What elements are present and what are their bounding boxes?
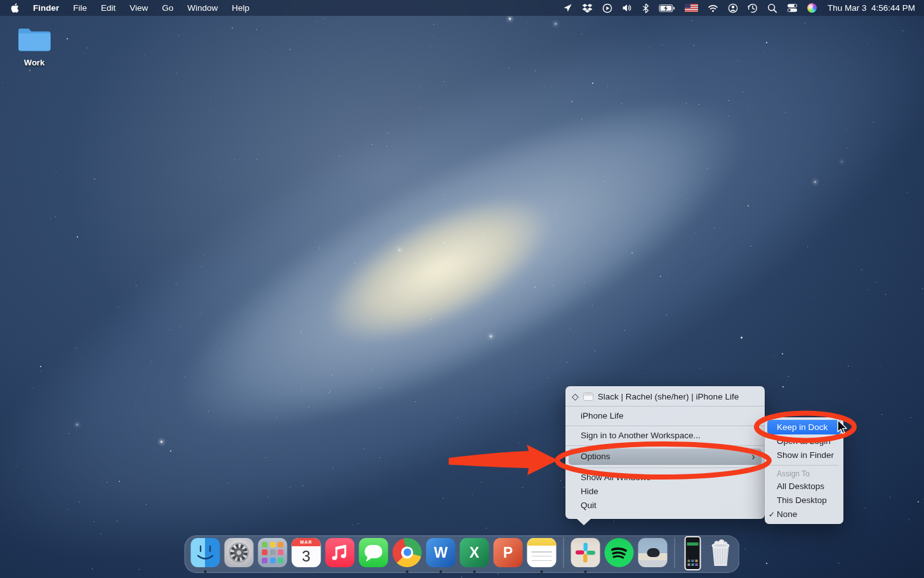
battery-charging-icon[interactable] — [659, 4, 675, 13]
menu-help[interactable]: Help — [225, 3, 256, 13]
notes-lines — [532, 551, 552, 561]
menu-bar-left: Finder File Edit View Go Window Help — [9, 3, 256, 13]
menu-separator — [565, 467, 765, 468]
dock-excel-icon[interactable]: X — [460, 538, 489, 567]
calendar-month: MAR — [292, 538, 321, 546]
keyboard-us-flag-icon[interactable] — [685, 4, 698, 12]
menu-item-show-all-windows[interactable]: Show All Windows — [565, 471, 765, 485]
window-icon — [583, 393, 593, 401]
menu-file[interactable]: File — [66, 3, 94, 13]
menu-bar-clock[interactable]: Thu Mar 3 4:56:44 PM — [828, 3, 915, 13]
dock-photo-window-icon[interactable] — [638, 538, 668, 567]
time-machine-icon[interactable] — [748, 3, 758, 13]
dock-separator — [564, 537, 564, 568]
menu-item-sign-in[interactable]: Sign in to Another Workspace... — [565, 429, 765, 443]
menu-item-hide[interactable]: Hide — [565, 485, 765, 499]
powerpoint-letter: P — [494, 538, 523, 567]
menu-bar-status: Thu Mar 3 4:56:44 PM — [563, 3, 915, 13]
dock-chrome-icon[interactable] — [393, 538, 422, 567]
dock-finder-icon[interactable] — [191, 538, 220, 567]
submenu-item-none[interactable]: ✓ None — [765, 507, 843, 521]
submenu-header-assign-to: Assign To — [765, 468, 843, 480]
spotlight-search-icon[interactable] — [767, 3, 777, 13]
red-arrow — [449, 445, 558, 475]
play-circle-icon[interactable] — [602, 3, 612, 13]
slack-dock-context-menu: ◇ Slack | Rachel (she/her) | iPhone Life… — [565, 386, 765, 519]
dock: MAR 3 W X P — [185, 535, 740, 573]
menu-window[interactable]: Window — [180, 3, 225, 13]
iphone-screen — [685, 536, 701, 570]
launchpad-grid — [262, 542, 284, 563]
none-label: None — [777, 509, 797, 519]
notes-band — [527, 538, 557, 546]
menu-item-quit[interactable]: Quit — [565, 499, 765, 513]
submenu-item-open-at-login[interactable]: Open at Login — [765, 434, 843, 448]
siri-icon[interactable] — [807, 3, 817, 13]
menu-separator — [565, 426, 765, 426]
dock-powerpoint-icon[interactable]: P — [494, 538, 523, 567]
apple-menu[interactable] — [9, 3, 26, 13]
location-icon[interactable] — [563, 3, 572, 13]
menu-separator — [565, 445, 765, 446]
dock-launchpad-icon[interactable] — [258, 538, 287, 567]
volume-icon[interactable] — [622, 3, 633, 13]
dock-messages-icon[interactable] — [359, 538, 388, 567]
menu-bar: Finder File Edit View Go Window Help — [0, 0, 924, 16]
excel-letter: X — [460, 538, 489, 567]
menu-finder[interactable]: Finder — [26, 3, 66, 13]
running-indicator — [473, 570, 476, 573]
submenu-chevron-icon: › — [751, 448, 755, 465]
submenu-item-show-in-finder[interactable]: Show in Finder — [765, 448, 843, 462]
running-indicator — [406, 570, 409, 573]
menu-edit[interactable]: Edit — [94, 3, 122, 13]
checkmark-icon: ✓ — [769, 507, 775, 521]
dock-iphone-icon[interactable] — [682, 536, 704, 570]
options-submenu: Keep in Dock Open at Login Show in Finde… — [765, 417, 843, 524]
submenu-item-this-desktop[interactable]: This Desktop — [765, 494, 843, 507]
dock-slack-icon[interactable] — [571, 538, 600, 567]
menu-go[interactable]: Go — [155, 3, 180, 13]
apple-icon — [10, 3, 20, 13]
word-letter: W — [426, 538, 456, 567]
dock-trash-icon[interactable] — [708, 538, 734, 567]
context-menu-header: ◇ Slack | Rachel (she/her) | iPhone Life — [565, 389, 765, 403]
macos-desktop: Finder File Edit View Go Window Help — [0, 0, 924, 578]
bluetooth-icon[interactable] — [642, 3, 649, 13]
menu-separator — [565, 406, 765, 407]
dock-separator — [675, 537, 675, 568]
desktop-folder-work[interactable]: Work — [10, 25, 58, 67]
folder-icon — [16, 25, 52, 53]
running-indicator — [541, 570, 543, 573]
menu-separator — [770, 465, 838, 466]
dock-spotify-icon[interactable] — [605, 538, 634, 567]
context-menu-header-label: Slack | Rachel (she/her) | iPhone Life — [598, 392, 739, 401]
dock-system-settings-icon[interactable] — [225, 538, 254, 567]
options-label: Options — [581, 448, 610, 465]
running-indicator — [584, 570, 587, 573]
siri-orb — [807, 3, 817, 13]
menu-item-options[interactable]: Options › — [569, 448, 762, 465]
chrome-hub — [401, 546, 413, 558]
dock-calendar-icon[interactable]: MAR 3 — [292, 538, 321, 567]
submenu-item-all-desktops[interactable]: All Desktops — [765, 480, 843, 494]
folder-label: Work — [10, 58, 58, 67]
control-center-icon[interactable] — [787, 3, 798, 13]
running-indicator — [204, 570, 207, 573]
running-indicator — [440, 570, 442, 573]
dock-music-icon[interactable] — [326, 538, 355, 567]
dock-notes-icon[interactable] — [527, 538, 557, 567]
wifi-icon[interactable] — [708, 4, 718, 12]
calendar-day: 3 — [292, 546, 321, 567]
diamond-icon: ◇ — [572, 389, 579, 403]
menu-item-workspace[interactable]: iPhone Life — [565, 409, 765, 423]
submenu-item-keep-in-dock[interactable]: Keep in Dock — [767, 420, 841, 434]
dock-word-icon[interactable]: W — [426, 538, 456, 567]
user-account-icon[interactable] — [728, 3, 738, 13]
menu-view[interactable]: View — [122, 3, 155, 13]
dropbox-icon[interactable] — [582, 3, 593, 13]
